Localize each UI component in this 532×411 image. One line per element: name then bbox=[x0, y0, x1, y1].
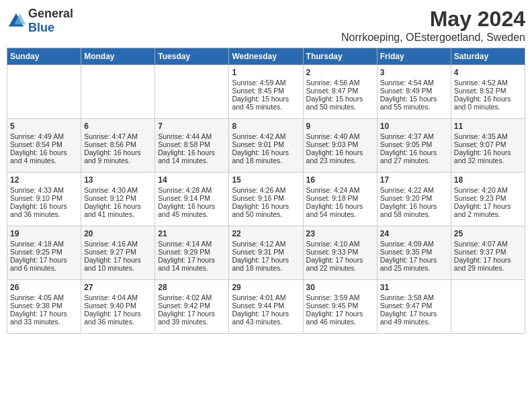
day-number: 19 bbox=[10, 229, 78, 238]
day-number: 15 bbox=[232, 175, 300, 185]
calendar-week-row: 26Sunrise: 4:05 AMSunset: 9:38 PMDayligh… bbox=[7, 280, 525, 334]
weekday-header-thursday: Thursday bbox=[303, 48, 377, 65]
day-info: and 14 minutes. bbox=[158, 264, 226, 272]
day-number: 8 bbox=[232, 122, 300, 131]
weekday-header-friday: Friday bbox=[377, 48, 451, 65]
day-info: and 36 minutes. bbox=[10, 210, 78, 218]
day-info: Sunrise: 4:30 AM bbox=[84, 186, 152, 194]
calendar-cell: 16Sunrise: 4:24 AMSunset: 9:18 PMDayligh… bbox=[303, 173, 377, 226]
day-number: 21 bbox=[158, 229, 226, 238]
day-info: Sunset: 9:33 PM bbox=[306, 248, 374, 256]
day-info: Sunset: 9:35 PM bbox=[380, 248, 448, 256]
calendar-cell bbox=[155, 65, 229, 119]
day-info: Sunset: 9:29 PM bbox=[158, 248, 226, 256]
day-info: Sunset: 8:47 PM bbox=[306, 87, 374, 95]
day-info: Daylight: 17 hours bbox=[10, 310, 78, 318]
calendar-cell: 8Sunrise: 4:42 AMSunset: 9:01 PMDaylight… bbox=[229, 119, 303, 173]
weekday-header-row: SundayMondayTuesdayWednesdayThursdayFrid… bbox=[7, 48, 525, 65]
day-info: Daylight: 16 hours bbox=[84, 148, 152, 156]
day-info: Sunrise: 4:40 AM bbox=[306, 132, 374, 140]
day-info: Sunset: 8:49 PM bbox=[380, 87, 448, 95]
calendar-week-row: 5Sunrise: 4:49 AMSunset: 8:54 PMDaylight… bbox=[7, 119, 525, 173]
day-info: and 45 minutes. bbox=[158, 210, 226, 218]
day-info: Sunrise: 4:28 AM bbox=[158, 186, 226, 194]
calendar-cell: 20Sunrise: 4:16 AMSunset: 9:27 PMDayligh… bbox=[81, 226, 155, 280]
day-number: 11 bbox=[454, 122, 522, 131]
day-info: Daylight: 16 hours bbox=[380, 202, 448, 210]
weekday-header-monday: Monday bbox=[81, 48, 155, 65]
calendar-cell: 26Sunrise: 4:05 AMSunset: 9:38 PMDayligh… bbox=[7, 280, 81, 334]
day-info: Sunrise: 4:42 AM bbox=[232, 132, 300, 140]
day-info: Daylight: 16 hours bbox=[10, 148, 78, 156]
day-info: and 22 minutes. bbox=[306, 264, 374, 272]
day-info: Sunset: 9:45 PM bbox=[306, 302, 374, 310]
day-info: Daylight: 17 hours bbox=[306, 310, 374, 318]
logo-blue: Blue bbox=[28, 21, 54, 34]
day-info: Sunrise: 4:01 AM bbox=[232, 293, 300, 302]
day-number: 7 bbox=[158, 122, 226, 131]
day-info: and 58 minutes. bbox=[380, 210, 448, 218]
day-info: Sunrise: 4:07 AM bbox=[454, 240, 522, 248]
day-info: Sunset: 8:58 PM bbox=[158, 140, 226, 148]
day-number: 24 bbox=[380, 229, 448, 238]
day-info: and 9 minutes. bbox=[84, 156, 152, 165]
day-info: Sunrise: 4:02 AM bbox=[158, 293, 226, 302]
calendar-cell: 24Sunrise: 4:09 AMSunset: 9:35 PMDayligh… bbox=[377, 226, 451, 280]
day-info: Sunrise: 4:49 AM bbox=[10, 132, 78, 140]
day-info: Sunset: 9:25 PM bbox=[10, 248, 78, 256]
calendar-cell: 22Sunrise: 4:12 AMSunset: 9:31 PMDayligh… bbox=[229, 226, 303, 280]
page-header: General Blue May 2024 Norrkoeping, OEste… bbox=[7, 7, 525, 44]
day-info: and 45 minutes. bbox=[232, 103, 300, 111]
day-info: Sunset: 9:14 PM bbox=[158, 194, 226, 202]
title-block: May 2024 Norrkoeping, OEstergoetland, Sw… bbox=[341, 7, 525, 44]
day-info: Sunrise: 4:14 AM bbox=[158, 240, 226, 248]
day-info: Sunset: 9:20 PM bbox=[380, 194, 448, 202]
day-info: Daylight: 16 hours bbox=[232, 148, 300, 156]
weekday-header-tuesday: Tuesday bbox=[155, 48, 229, 65]
day-info: Daylight: 16 hours bbox=[232, 202, 300, 210]
logo-icon bbox=[7, 11, 26, 30]
calendar-cell: 30Sunrise: 3:59 AMSunset: 9:45 PMDayligh… bbox=[303, 280, 377, 334]
day-info: and 46 minutes. bbox=[306, 318, 374, 326]
day-info: Daylight: 16 hours bbox=[454, 95, 522, 103]
day-number: 25 bbox=[454, 229, 522, 238]
day-info: and 50 minutes. bbox=[232, 210, 300, 218]
day-info: Sunset: 9:37 PM bbox=[454, 248, 522, 256]
day-info: Sunset: 8:56 PM bbox=[84, 140, 152, 148]
calendar-cell: 18Sunrise: 4:20 AMSunset: 9:23 PMDayligh… bbox=[451, 173, 525, 226]
calendar-cell: 21Sunrise: 4:14 AMSunset: 9:29 PMDayligh… bbox=[155, 226, 229, 280]
calendar-cell: 19Sunrise: 4:18 AMSunset: 9:25 PMDayligh… bbox=[7, 226, 81, 280]
day-number: 1 bbox=[232, 68, 300, 77]
weekday-header-sunday: Sunday bbox=[7, 48, 81, 65]
day-info: Daylight: 17 hours bbox=[158, 256, 226, 264]
day-info: and 29 minutes. bbox=[454, 264, 522, 272]
day-info: Sunrise: 4:20 AM bbox=[454, 186, 522, 194]
day-info: Sunrise: 4:35 AM bbox=[454, 132, 522, 140]
day-info: Daylight: 16 hours bbox=[158, 202, 226, 210]
day-info: Sunrise: 4:33 AM bbox=[10, 186, 78, 194]
calendar-week-row: 12Sunrise: 4:33 AMSunset: 9:10 PMDayligh… bbox=[7, 173, 525, 226]
day-info: Sunrise: 4:59 AM bbox=[232, 79, 300, 87]
logo: General Blue bbox=[7, 7, 73, 35]
day-number: 30 bbox=[306, 283, 374, 292]
day-info: Daylight: 16 hours bbox=[158, 148, 226, 156]
calendar-table: SundayMondayTuesdayWednesdayThursdayFrid… bbox=[7, 48, 525, 334]
day-info: Sunrise: 4:54 AM bbox=[380, 79, 448, 87]
day-number: 4 bbox=[454, 68, 522, 77]
day-info: Sunrise: 4:05 AM bbox=[10, 293, 78, 302]
day-info: Sunrise: 4:18 AM bbox=[10, 240, 78, 248]
day-info: Daylight: 17 hours bbox=[380, 310, 448, 318]
day-number: 23 bbox=[306, 229, 374, 238]
day-number: 20 bbox=[84, 229, 152, 238]
calendar-cell bbox=[81, 65, 155, 119]
calendar-week-row: 1Sunrise: 4:59 AMSunset: 8:45 PMDaylight… bbox=[7, 65, 525, 119]
day-info: Sunrise: 4:47 AM bbox=[84, 132, 152, 140]
day-number: 29 bbox=[232, 283, 300, 292]
day-info: Sunset: 8:52 PM bbox=[454, 87, 522, 95]
day-info: and 49 minutes. bbox=[380, 318, 448, 326]
calendar-cell: 7Sunrise: 4:44 AMSunset: 8:58 PMDaylight… bbox=[155, 119, 229, 173]
day-number: 31 bbox=[380, 283, 448, 292]
day-info: and 54 minutes. bbox=[306, 210, 374, 218]
day-info: Daylight: 17 hours bbox=[454, 202, 522, 210]
day-number: 22 bbox=[232, 229, 300, 238]
